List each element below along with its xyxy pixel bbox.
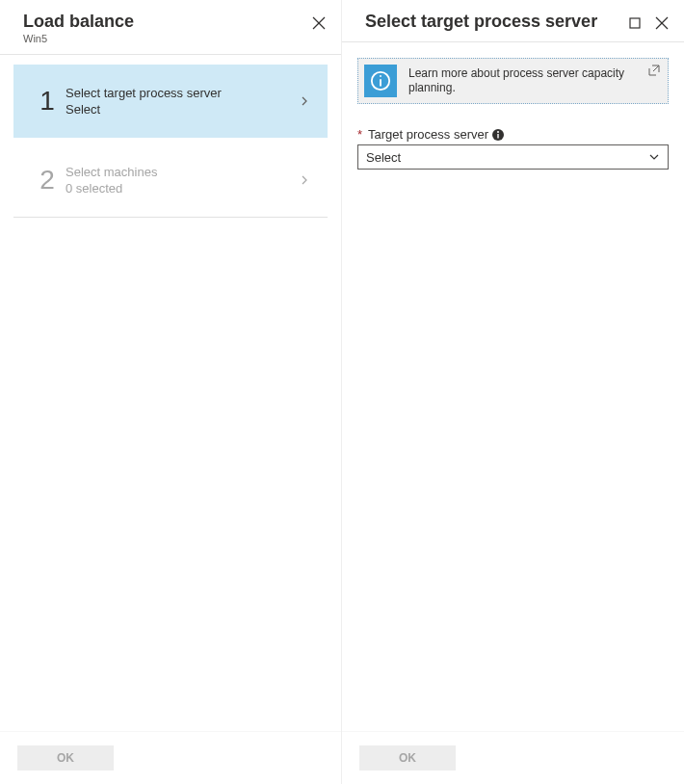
ok-button[interactable]: OK [17, 745, 114, 771]
select-target-process-server-pane: Select target process server Learn more … [342, 0, 684, 784]
pane-footer-right: OK [342, 731, 684, 784]
header-icons-right [628, 16, 669, 30]
pane-title-right: Select target process server [365, 12, 597, 32]
header-titles: Load balance Win5 [23, 12, 134, 44]
step-number: 1 [31, 86, 64, 117]
pane-header-right: Select target process server [342, 0, 684, 42]
svg-line-8 [653, 65, 659, 71]
step-subtitle: Select [66, 102, 299, 117]
svg-rect-2 [630, 18, 640, 28]
pane-subtitle-left: Win5 [23, 33, 134, 44]
ok-button[interactable]: OK [359, 745, 456, 771]
dropdown-value: Select [366, 150, 401, 165]
required-indicator: * [357, 127, 362, 142]
step-title: Select machines [66, 165, 299, 179]
step-select-machines[interactable]: 2 Select machines 0 selected [13, 144, 328, 218]
svg-point-11 [497, 131, 499, 133]
close-icon[interactable] [312, 16, 326, 30]
info-banner-text: Learn more about process server capacity… [408, 66, 658, 95]
svg-rect-10 [497, 134, 498, 139]
target-process-server-dropdown[interactable]: Select [357, 144, 669, 170]
header-icons-left [312, 16, 326, 30]
pane-title-left: Load balance [23, 12, 134, 32]
info-icon [364, 65, 397, 97]
field-label-text: Target process server [368, 127, 488, 142]
chevron-down-icon [648, 151, 660, 163]
step-texts: Select target process server Select [64, 86, 299, 117]
chevron-right-icon [299, 95, 310, 107]
step-texts: Select machines 0 selected [64, 165, 299, 196]
maximize-icon[interactable] [628, 16, 642, 30]
chevron-right-icon [299, 174, 310, 186]
field-label: * Target process server [357, 127, 669, 142]
step-subtitle: 0 selected [66, 181, 299, 196]
external-link-icon[interactable] [648, 65, 660, 76]
info-icon[interactable] [492, 129, 504, 141]
svg-point-7 [380, 75, 381, 77]
pane-footer-left: OK [0, 731, 341, 784]
step-select-target-process-server[interactable]: 1 Select target process server Select [13, 65, 328, 138]
step-list: 1 Select target process server Select 2 … [0, 55, 341, 731]
pane-header-left: Load balance Win5 [0, 0, 341, 55]
info-banner[interactable]: Learn more about process server capacity… [357, 58, 669, 104]
target-process-server-field: * Target process server Select [357, 127, 669, 170]
close-icon[interactable] [655, 16, 669, 30]
load-balance-pane: Load balance Win5 1 Select target proces… [0, 0, 342, 784]
pane-body-right: Learn more about process server capacity… [342, 42, 684, 731]
step-title: Select target process server [66, 86, 299, 100]
step-number: 2 [31, 165, 64, 196]
